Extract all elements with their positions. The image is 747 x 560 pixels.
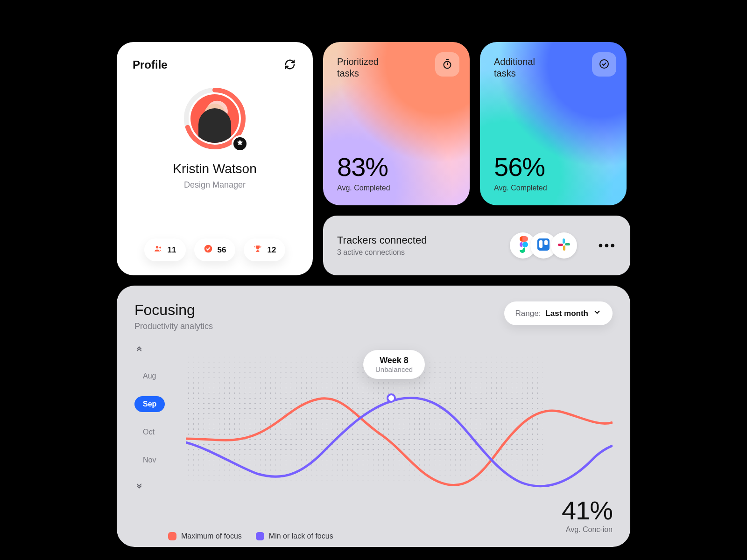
prioritized-pct: 83% [337, 152, 456, 182]
focusing-sub: Productivity analytics [134, 322, 213, 331]
focus-chart: Week 8 Unbalanced [186, 341, 613, 527]
chevrons-up-icon [134, 349, 144, 356]
stat-trophies[interactable]: 12 [244, 238, 285, 261]
month-scroll-down[interactable] [134, 480, 144, 491]
stat-team[interactable]: 11 [144, 238, 186, 261]
svg-rect-13 [563, 245, 565, 251]
trackers-more-button[interactable]: ••• [599, 238, 616, 253]
svg-rect-14 [558, 244, 563, 246]
additional-sub: Avg. Completed [494, 184, 613, 192]
chart-highlight-point[interactable] [387, 393, 396, 403]
profile-role: Design Manager [184, 180, 246, 190]
additional-title: Additional tasks [494, 56, 559, 79]
focus-stat-pct: 41% [562, 495, 613, 525]
chart-grid [186, 355, 543, 485]
stat-trophies-value: 12 [267, 245, 276, 255]
focus-stat: 41% Avg. Conc-ion [562, 495, 613, 534]
range-label: Range: [515, 309, 541, 318]
tooltip-title: Week 8 [375, 356, 413, 365]
profile-card: Profile [117, 42, 313, 275]
svg-rect-10 [544, 240, 548, 245]
prioritized-sub: Avg. Completed [337, 184, 456, 192]
check-badge-icon [204, 244, 213, 256]
profile-name: Kristin Watson [173, 161, 256, 176]
chart-legend: Maximum of focus Min or lack of focus [168, 532, 333, 540]
stat-checks[interactable]: 56 [194, 238, 236, 261]
stat-team-value: 11 [168, 245, 176, 255]
svg-point-7 [522, 242, 528, 247]
prioritized-tasks-card[interactable]: Prioritized tasks 83% Avg. Completed [323, 42, 470, 205]
focus-stat-label: Avg. Conc-ion [562, 525, 613, 534]
svg-rect-8 [537, 238, 550, 251]
trello-icon [536, 238, 550, 253]
month-aug[interactable]: Aug [134, 368, 164, 384]
refresh-icon [284, 59, 296, 71]
figma-icon [517, 236, 529, 255]
avatar[interactable] [190, 94, 239, 143]
tracker-apps [510, 232, 577, 259]
svg-point-3 [159, 247, 161, 249]
svg-rect-11 [563, 238, 565, 244]
check-circle-icon [599, 58, 610, 71]
svg-rect-12 [565, 243, 570, 245]
additional-tasks-card[interactable]: Additional tasks 56% Avg. Completed [480, 42, 627, 205]
additional-pct: 56% [494, 152, 613, 182]
range-selector[interactable]: Range: Last month [504, 301, 613, 325]
refresh-button[interactable] [283, 58, 297, 72]
focusing-title: Focusing [134, 301, 213, 319]
range-value: Last month [545, 309, 588, 318]
slack-icon [557, 238, 571, 253]
additional-action-button[interactable] [592, 52, 616, 77]
star-icon [236, 139, 244, 148]
trackers-title: Trackers connected [337, 234, 499, 246]
chevron-down-icon [593, 308, 601, 319]
legend-max: Maximum of focus [168, 532, 242, 540]
svg-point-6 [600, 60, 608, 68]
star-badge [232, 135, 248, 152]
trackers-card: Trackers connected 3 active connections [323, 216, 630, 275]
month-nov[interactable]: Nov [134, 452, 164, 468]
month-oct[interactable]: Oct [134, 424, 163, 440]
avatar-progress [182, 86, 247, 151]
profile-heading: Profile [133, 58, 168, 71]
chevrons-down-icon [134, 484, 144, 491]
more-icon: ••• [599, 238, 616, 252]
people-icon [154, 244, 163, 256]
svg-rect-9 [539, 240, 543, 248]
trackers-sub: 3 active connections [337, 248, 499, 257]
month-rail: Aug Sep Oct Nov [134, 341, 172, 527]
chart-tooltip: Week 8 Unbalanced [363, 350, 425, 379]
tracker-slack[interactable] [551, 232, 577, 259]
prioritized-action-button[interactable] [435, 52, 459, 77]
month-scroll-up[interactable] [134, 345, 144, 356]
svg-point-2 [155, 246, 158, 249]
top-row: Profile [117, 42, 630, 275]
month-sep[interactable]: Sep [134, 396, 165, 412]
trophy-icon [253, 244, 262, 256]
prioritized-title: Prioritized tasks [337, 56, 402, 79]
task-cards-row: Prioritized tasks 83% Avg. Completed A [323, 42, 630, 205]
tooltip-sub: Unbalanced [375, 365, 413, 373]
stat-checks-value: 56 [218, 245, 226, 255]
legend-min: Min or lack of focus [256, 532, 333, 540]
stopwatch-icon [442, 58, 453, 71]
focusing-card: Focusing Productivity analytics Range: L… [117, 286, 630, 547]
